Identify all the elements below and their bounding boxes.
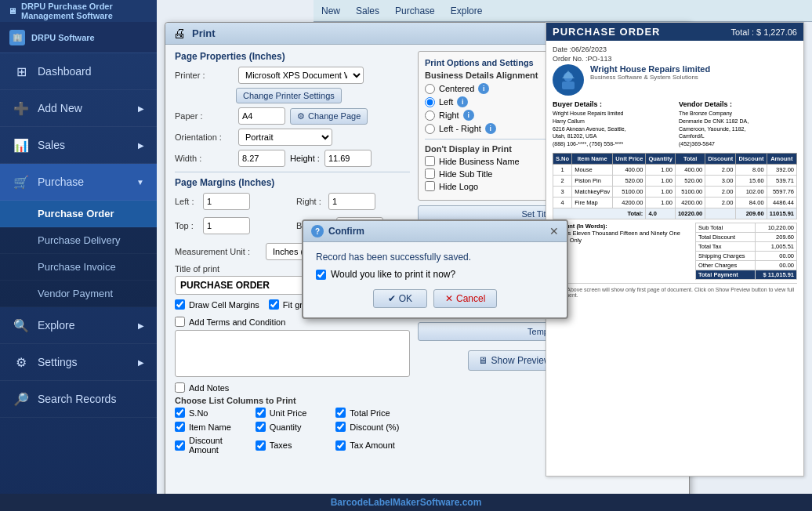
col-unit-price: Unit Price [256, 408, 330, 418]
paper-row: Paper : A4 ⚙ Change Page [175, 107, 410, 125]
confirm-cancel-button[interactable]: ✕ Cancel [433, 289, 497, 308]
table-row: 4 Fire Map 4200.00 1.00 4200.00 2.00 84.… [553, 197, 797, 208]
menu-bar: New Sales Purchase Explore [314, 0, 812, 22]
app-icon: 🖥 [8, 6, 16, 16]
add-notes-checkbox[interactable] [175, 382, 185, 393]
th-qty: Quantity [646, 153, 676, 164]
th-item: Item Name [572, 153, 613, 164]
cancel-x-icon: ✕ [445, 293, 453, 304]
sidebar-item-explore[interactable]: 🔍 Explore ▶ [0, 307, 157, 344]
left-info[interactable]: i [457, 96, 468, 107]
sales-icon: 📊 [13, 136, 30, 154]
sidebar-add-new-label: Add New [38, 102, 82, 114]
margins-title: Page Margins (Inches) [175, 177, 410, 188]
right-margin-input[interactable] [328, 193, 375, 210]
draw-cell-margins-row: Draw Cell Margins [175, 299, 259, 310]
left-right-info[interactable]: i [485, 123, 496, 134]
right-margin-row: Right : [296, 193, 410, 210]
dashboard-icon: ⊞ [13, 63, 30, 80]
change-page-button[interactable]: ⚙ Change Page [290, 108, 368, 125]
height-input[interactable] [324, 150, 372, 167]
purchase-delivery-label: Purchase Delivery [38, 234, 121, 246]
confirm-print-checkbox[interactable] [316, 270, 326, 280]
sidebar-item-settings[interactable]: ⚙ Settings ▶ [0, 344, 157, 381]
settings-icon: ⚙ [13, 353, 30, 371]
search-records-icon: 🔎 [13, 390, 30, 408]
sales-arrow: ▶ [138, 141, 144, 150]
col-taxes: Taxes [256, 436, 330, 455]
confirm-dialog: ? Confirm ✕ Record has been successfully… [302, 219, 568, 319]
confirm-question: Would you like to print it now? [331, 269, 455, 280]
orientation-select[interactable]: Portrait [238, 129, 332, 146]
confirm-question-icon: ? [311, 225, 324, 237]
top-margin-input[interactable] [203, 217, 250, 234]
right-info[interactable]: i [463, 110, 474, 121]
buyer-title: Buyer Details : [553, 100, 671, 108]
svg-marker-2 [562, 71, 575, 78]
preview-parties: Buyer Details : Wright House Repairs lim… [553, 100, 797, 148]
sidebar-item-purchase-order[interactable]: Purchase Order [0, 201, 157, 227]
sidebar-item-purchase[interactable]: 🛒 Purchase ▼ [0, 164, 157, 201]
add-new-icon: ➕ [13, 100, 30, 117]
ok-check-icon: ✔ [388, 293, 396, 304]
paper-input[interactable]: A4 [238, 107, 285, 125]
width-label: Width : [175, 154, 234, 163]
sidebar-item-purchase-invoice[interactable]: Purchase Invoice [0, 254, 157, 281]
totals-block: Sub Total10,220.00 Total Discount209.60 … [695, 223, 797, 280]
table-row: 2 Piston Pin 520.00 1.00 520.00 3.00 15.… [553, 175, 797, 186]
hide-logo-label: Hide Logo [439, 182, 478, 191]
sidebar-purchase-label: Purchase [38, 176, 84, 188]
left-label: Left : [175, 197, 198, 206]
sidebar-item-dashboard[interactable]: ⊞ Dashboard [0, 53, 157, 90]
menu-purchase[interactable]: Purchase [387, 2, 443, 20]
add-terms-label: Add Terms and Condition [189, 317, 285, 327]
sidebar-item-purchase-delivery[interactable]: Purchase Delivery [0, 227, 157, 254]
change-printer-row: Change Printer Settings [175, 88, 410, 103]
orientation-label: Orientation : [175, 132, 234, 142]
preview-items-table: S.No Item Name Unit Price Quantity Total… [553, 153, 797, 219]
confirm-ok-button[interactable]: ✔ OK [373, 289, 427, 308]
company-logo [553, 64, 584, 96]
col-sno: S.No [175, 408, 249, 418]
sidebar-settings-label: Settings [38, 356, 78, 368]
sidebar-item-add-new[interactable]: ➕ Add New ▶ [0, 90, 157, 127]
th-disc1: Discount [705, 153, 736, 164]
sidebar-item-search-records[interactable]: 🔎 Search Records [0, 381, 157, 418]
draw-cell-margins-checkbox[interactable] [175, 299, 185, 310]
fit-grid-checkbox[interactable] [269, 299, 279, 310]
hide-sub-title-label: Hide Sub Title [439, 169, 492, 179]
sidebar-item-vendor-payment[interactable]: Vendor Payment [0, 281, 157, 307]
footer-text: BarcodeLabelMakerSoftware.com [331, 497, 482, 508]
col-item-name: Item Name [175, 422, 249, 432]
purchase-submenu: Purchase Order Purchase Delivery Purchas… [0, 201, 157, 307]
preview-note: Note: Above screen will show only first … [553, 283, 797, 298]
width-input[interactable] [238, 150, 285, 167]
paper-label: Paper : [175, 111, 234, 121]
preview-totals-section: Amount (In Words): Dollars Eleven Thousa… [553, 223, 797, 280]
confirm-close-button[interactable]: ✕ [549, 225, 559, 237]
menu-sales[interactable]: Sales [348, 2, 387, 20]
page-properties-title: Page Properties (Inches) [175, 51, 410, 62]
confirm-message: Record has been successfully saved. [316, 252, 554, 263]
purchase-arrow: ▼ [136, 178, 144, 187]
preview-body: Date :06/26/2023 Order No. :PO-113 Wrigh… [546, 41, 803, 303]
vendor-payment-label: Vendor Payment [38, 288, 113, 299]
add-terms-checkbox[interactable] [175, 317, 185, 327]
sidebar-search-records-label: Search Records [38, 393, 116, 405]
preview-company: Wright House Repairs limited Business So… [553, 64, 797, 96]
preview-date: Date :06/26/2023 [553, 45, 797, 53]
sidebar-logo-icon: 🏢 [9, 30, 25, 45]
menu-explore[interactable]: Explore [443, 2, 491, 20]
centered-info[interactable]: i [478, 83, 489, 94]
table-row: 3 MatchkeyPav 5100.00 1.00 5100.00 2.00 … [553, 186, 797, 197]
menu-new[interactable]: New [314, 2, 348, 20]
terms-textarea[interactable] [175, 330, 410, 377]
left-margin-input[interactable] [203, 193, 250, 210]
add-notes-row: Add Notes [175, 382, 410, 393]
measurement-label: Measurement Unit : [175, 247, 261, 256]
printer-row: Printer : Microsoft XPS Document Write [175, 67, 410, 84]
printer-select[interactable]: Microsoft XPS Document Write [238, 67, 364, 84]
sidebar-item-sales[interactable]: 📊 Sales ▶ [0, 127, 157, 164]
confirm-body: Record has been successfully saved. Woul… [303, 242, 567, 317]
change-printer-button[interactable]: Change Printer Settings [236, 88, 342, 103]
